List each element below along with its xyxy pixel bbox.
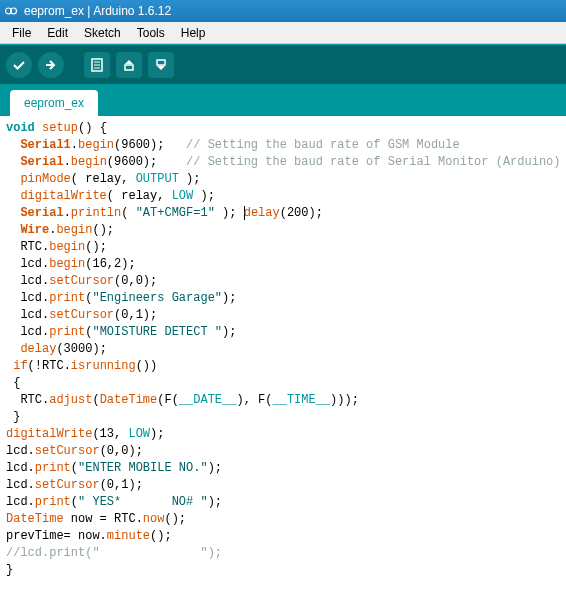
comment: //lcd.print(" "); — [6, 546, 222, 560]
fn-setup: setup — [42, 121, 78, 135]
svg-rect-7 — [157, 60, 165, 65]
save-button[interactable] — [148, 52, 174, 78]
window-title: eeprom_ex | Arduino 1.6.12 — [24, 4, 171, 18]
obj-rtc: RTC — [20, 240, 42, 254]
obj-lcd: lcd — [20, 257, 42, 271]
new-button[interactable] — [84, 52, 110, 78]
svg-rect-6 — [125, 65, 133, 70]
menu-tools[interactable]: Tools — [129, 24, 173, 42]
window-titlebar: eeprom_ex | Arduino 1.6.12 — [0, 0, 566, 22]
tab-bar: eeprom_ex — [0, 84, 566, 116]
comment: // Setting the baud rate of Serial Monit… — [186, 155, 560, 169]
upload-button[interactable] — [38, 52, 64, 78]
toolbar — [0, 44, 566, 84]
menu-help[interactable]: Help — [173, 24, 214, 42]
verify-button[interactable] — [6, 52, 32, 78]
open-button[interactable] — [116, 52, 142, 78]
menu-file[interactable]: File — [4, 24, 39, 42]
menubar: File Edit Sketch Tools Help — [0, 22, 566, 44]
code-editor[interactable]: void setup() { Serial1.begin(9600); // S… — [0, 116, 566, 583]
tab-eeprom-ex[interactable]: eeprom_ex — [10, 90, 98, 116]
obj-wire: Wire — [20, 223, 49, 237]
app-icon — [4, 4, 18, 18]
menu-edit[interactable]: Edit — [39, 24, 76, 42]
keyword-void: void — [6, 121, 35, 135]
obj-serial: Serial — [20, 155, 63, 169]
obj-serial1: Serial1 — [20, 138, 70, 152]
menu-sketch[interactable]: Sketch — [76, 24, 129, 42]
comment: // Setting the baud rate of GSM Module — [186, 138, 460, 152]
